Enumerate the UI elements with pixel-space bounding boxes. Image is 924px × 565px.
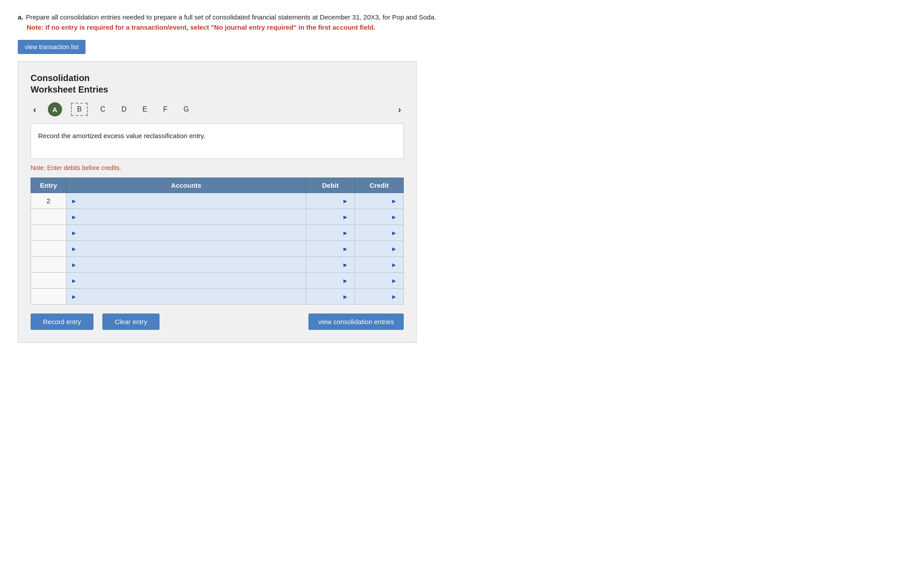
- credit-cell[interactable]: ►: [355, 209, 404, 225]
- debit-cell[interactable]: ►: [306, 225, 355, 241]
- entry-num-cell: [31, 273, 66, 289]
- clear-entry-button[interactable]: Clear entry: [102, 313, 160, 330]
- entry-num-cell: [31, 257, 66, 273]
- header-debit: Debit: [306, 178, 355, 193]
- accounts-cell[interactable]: ►: [66, 225, 306, 241]
- credit-cell[interactable]: ►: [355, 241, 404, 257]
- entry-table: Entry Accounts Debit Credit 2 ► ► ► ► ► …: [31, 178, 404, 305]
- entry-num-cell: 2: [31, 193, 66, 209]
- table-row: ► ► ►: [31, 273, 404, 289]
- buttons-row: Record entry Clear entry view consolidat…: [31, 313, 404, 330]
- debit-cell[interactable]: ►: [306, 193, 355, 209]
- accounts-cell[interactable]: ►: [66, 257, 306, 273]
- question-text: Prepare all consolidation entries needed…: [26, 13, 437, 21]
- debit-cell[interactable]: ►: [306, 273, 355, 289]
- table-row: ► ► ►: [31, 257, 404, 273]
- tab-c[interactable]: C: [97, 104, 109, 115]
- credit-cell[interactable]: ►: [355, 257, 404, 273]
- tab-a[interactable]: A: [48, 102, 62, 116]
- credit-cell[interactable]: ►: [355, 289, 404, 305]
- question-header: a. Prepare all consolidation entries nee…: [18, 13, 906, 21]
- tab-f[interactable]: F: [160, 104, 171, 115]
- tabs-row: ‹ A B C D E F G ›: [31, 102, 404, 116]
- question-section: a. Prepare all consolidation entries nee…: [18, 13, 906, 31]
- view-transaction-button[interactable]: view transaction list: [18, 40, 86, 54]
- tab-b[interactable]: B: [71, 103, 88, 116]
- debit-cell[interactable]: ►: [306, 257, 355, 273]
- entry-num-cell: [31, 289, 66, 305]
- tab-d[interactable]: D: [118, 104, 130, 115]
- table-row: ► ► ►: [31, 209, 404, 225]
- accounts-cell[interactable]: ►: [66, 273, 306, 289]
- tab-e[interactable]: E: [139, 104, 151, 115]
- chevron-right-icon[interactable]: ›: [395, 104, 404, 116]
- table-row: 2 ► ► ►: [31, 193, 404, 209]
- entry-num-cell: [31, 209, 66, 225]
- worksheet-container: ConsolidationWorksheet Entries ‹ A B C D…: [18, 61, 417, 343]
- entry-num-cell: [31, 241, 66, 257]
- table-row: ► ► ►: [31, 225, 404, 241]
- debit-cell[interactable]: ►: [306, 289, 355, 305]
- accounts-cell[interactable]: ►: [66, 209, 306, 225]
- tab-g[interactable]: G: [180, 104, 192, 115]
- accounts-cell[interactable]: ►: [66, 241, 306, 257]
- accounts-cell[interactable]: ►: [66, 289, 306, 305]
- debit-cell[interactable]: ►: [306, 209, 355, 225]
- accounts-cell[interactable]: ►: [66, 193, 306, 209]
- record-entry-button[interactable]: Record entry: [31, 313, 94, 330]
- question-label: a.: [18, 13, 23, 21]
- worksheet-title: ConsolidationWorksheet Entries: [31, 72, 404, 95]
- debit-cell[interactable]: ►: [306, 241, 355, 257]
- entry-num-cell: [31, 225, 66, 241]
- header-accounts: Accounts: [66, 178, 306, 193]
- table-row: ► ► ►: [31, 289, 404, 305]
- table-row: ► ► ►: [31, 241, 404, 257]
- header-entry: Entry: [31, 178, 66, 193]
- description-box: Record the amortized excess value reclas…: [31, 124, 404, 159]
- credit-cell[interactable]: ►: [355, 193, 404, 209]
- credit-cell[interactable]: ►: [355, 225, 404, 241]
- view-consolidation-button[interactable]: view consolidation entries: [308, 313, 404, 330]
- question-note: Note: If no entry is required for a tran…: [27, 23, 906, 31]
- note-enter-debits: Note: Enter debits before credits.: [31, 164, 404, 171]
- credit-cell[interactable]: ►: [355, 273, 404, 289]
- header-credit: Credit: [355, 178, 404, 193]
- description-text: Record the amortized excess value reclas…: [38, 132, 205, 139]
- chevron-left-icon[interactable]: ‹: [31, 104, 39, 116]
